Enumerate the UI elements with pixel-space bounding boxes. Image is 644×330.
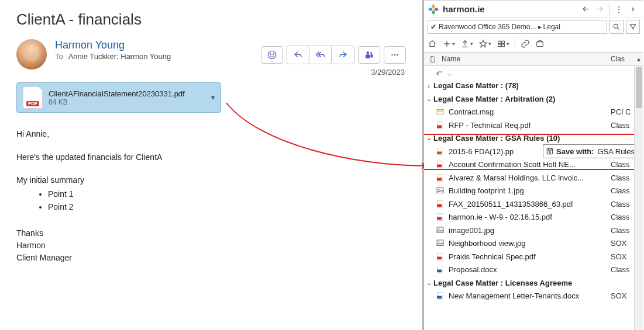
file-name: Praxis Technical Spec.pdf [449, 252, 611, 261]
forward-nav-button[interactable] [593, 2, 607, 16]
reply-button[interactable] [287, 46, 309, 64]
list-item[interactable]: Alvarez & Marsal Holdings, LLC invoic...… [424, 171, 634, 185]
list-item[interactable]: FAX_20150511_1431353866_63.pdfClass [424, 197, 634, 211]
group-caret-icon[interactable]: ⌄ [424, 134, 433, 142]
class-column-header[interactable]: Clas [611, 55, 634, 63]
file-class: Class [611, 213, 634, 221]
pdf-file-icon [435, 120, 445, 130]
signoff-title: Client Manager [16, 252, 406, 264]
filter-button[interactable] [626, 20, 640, 34]
body-line-1: Here's the updated financials for Client… [16, 151, 406, 164]
save-with-label: Save with: [556, 147, 594, 156]
new-button[interactable]: ▾ [442, 39, 455, 48]
view-button[interactable]: ▾ [497, 39, 509, 48]
chevron-down-icon[interactable]: ▾ [211, 93, 215, 102]
group-caret-icon[interactable]: ⌄ [424, 95, 433, 103]
reply-group [287, 46, 354, 64]
file-class: Class [611, 160, 634, 169]
upload-button[interactable]: ▾ [460, 39, 473, 48]
body-bullet: Point 1 [48, 188, 406, 201]
file-name: Contract.msg [449, 107, 611, 116]
svg-point-3 [367, 51, 370, 54]
panel-menu-button[interactable]: ⋮ [612, 2, 626, 16]
list-group[interactable]: ›Legal Case Matter : (78) [424, 79, 634, 93]
breadcrumb-row: ✔ Ravenwood Office 365 Demo... ▸ Legal [424, 18, 643, 36]
breadcrumb-leaf: Legal [543, 23, 560, 31]
group-label: Legal Case Matter : GSA Rules (10) [433, 134, 634, 143]
file-class: SOX [611, 252, 634, 261]
file-name: Alvarez & Marsal Holdings, LLC invoic... [449, 173, 611, 182]
list-item[interactable]: Contract.msgPCI C [424, 106, 634, 119]
list-item[interactable]: Praxis Technical Spec.pdfSOX [424, 250, 634, 263]
list-group[interactable]: ⌄Legal Case Matter : GSA Rules (10) [424, 132, 634, 145]
list-group[interactable]: ⌄Legal Case Matter : Arbitration (2) [424, 92, 634, 106]
file-class: SOX [611, 239, 634, 248]
file-name: Proposal.docx [449, 265, 611, 274]
home-button[interactable] [428, 39, 437, 48]
file-class: PCI C [611, 107, 634, 116]
list-item[interactable]: Building footprint 1.jpgClass [424, 185, 634, 198]
scroll-up-button[interactable]: ▴ [634, 55, 643, 63]
sender-avatar[interactable] [16, 39, 47, 70]
more-actions-button[interactable] [384, 46, 406, 64]
file-class: Class [611, 226, 634, 235]
group-label: Legal Case Matter : Arbitration (2) [433, 95, 634, 103]
svg-point-9 [397, 54, 398, 55]
pdf-file-icon: PDF [23, 86, 43, 109]
favorite-button[interactable]: ▾ [478, 39, 491, 48]
pdf-file-icon [435, 213, 445, 222]
svg-point-0 [268, 51, 276, 59]
svg-rect-13 [498, 44, 501, 47]
list-item[interactable]: Proposal.docxClass [424, 263, 634, 277]
list-item[interactable]: image001.jpgClass [424, 224, 634, 237]
list-group[interactable]: ⌄Legal Case Matter : Licenses Agreeme [424, 276, 634, 290]
svg-point-10 [614, 24, 618, 28]
breadcrumb[interactable]: ✔ Ravenwood Office 365 Demo... ▸ Legal [428, 20, 607, 34]
img-file-icon [435, 239, 445, 248]
file-class: Class [611, 186, 634, 195]
react-button[interactable] [261, 46, 283, 64]
attachment-card[interactable]: PDF ClientAFinancialStatement20230331.pd… [16, 82, 221, 113]
forward-button[interactable] [332, 46, 354, 64]
list-item[interactable]: Neighborhood view.jpgSOX [424, 237, 634, 251]
up-one-level[interactable]: .. [424, 66, 634, 79]
file-class: Class [611, 173, 634, 182]
img-file-icon [435, 225, 445, 235]
body-summary-heading: My initial summary [16, 174, 406, 187]
reply-all-button[interactable] [309, 46, 332, 64]
body-bullet-list: Point 1Point 2 [48, 188, 406, 213]
email-date: 3/29/2023 [371, 68, 405, 77]
link-button[interactable] [521, 39, 530, 48]
scrollbar-thumb[interactable] [636, 67, 642, 108]
file-list[interactable]: Save with: GSA Rules ..›Legal Case Matte… [424, 66, 634, 330]
file-icon-header[interactable] [424, 55, 440, 63]
pdf-file-icon [435, 160, 445, 169]
list-item[interactable]: harmon.ie - W-9 - 02.16.15.pdfClass [424, 211, 634, 224]
email-subject: ClientA - financials [16, 11, 406, 29]
ppt-file-icon [435, 147, 445, 156]
file-name: image001.jpg [449, 226, 611, 235]
doc-file-icon [435, 265, 445, 275]
pdf-file-icon [435, 173, 445, 182]
file-name: Building footprint 1.jpg [449, 186, 611, 195]
breadcrumb-site: Ravenwood Office 365 Demo... [439, 23, 536, 31]
email-reading-pane: ClientA - financials Harmon Young To Ann… [0, 0, 422, 330]
teams-share-button[interactable] [358, 46, 380, 64]
attachment-size: 84 KB [49, 98, 209, 106]
back-button[interactable] [578, 2, 593, 16]
attach-button[interactable] [535, 39, 545, 48]
save-with-icon [546, 147, 554, 155]
search-button[interactable] [609, 20, 624, 34]
svg-rect-5 [366, 54, 370, 58]
list-item[interactable]: New Management Letter-Tenants.docxSOX [424, 290, 634, 303]
group-caret-icon[interactable]: ⌄ [424, 279, 433, 287]
list-item[interactable]: RFP - Technical Req.pdfClass [424, 119, 634, 132]
group-caret-icon[interactable]: › [424, 82, 433, 89]
list-item[interactable]: Account Confirmation Scott Holt NE...Cla… [424, 158, 634, 172]
pdf-file-icon [435, 199, 445, 209]
list-scrollbar[interactable] [634, 66, 643, 330]
expand-panel-button[interactable] [626, 2, 640, 16]
group-label: Legal Case Matter : (78) [433, 81, 634, 90]
name-column-header[interactable]: Name [440, 55, 611, 63]
svg-rect-15 [537, 42, 543, 47]
